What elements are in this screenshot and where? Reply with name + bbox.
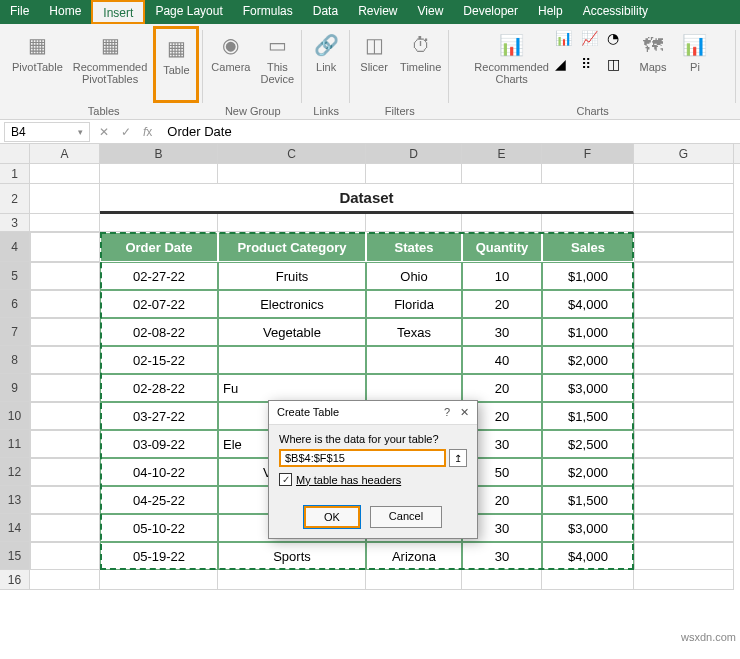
pivotchart-button[interactable]: 📊Pi: [675, 26, 715, 103]
col-header[interactable]: E: [462, 144, 542, 163]
row-header[interactable]: 9: [0, 374, 30, 402]
this-device-button[interactable]: ▭This Device: [256, 26, 298, 103]
data-cell[interactable]: 30: [462, 318, 542, 346]
data-cell[interactable]: Ohio: [366, 262, 462, 290]
data-cell[interactable]: 40: [462, 346, 542, 374]
data-cell[interactable]: Fruits: [218, 262, 366, 290]
data-cell[interactable]: 02-28-22: [100, 374, 218, 402]
timeline-button[interactable]: ⏱Timeline: [396, 26, 445, 103]
data-cell[interactable]: [218, 346, 366, 374]
menu-view[interactable]: View: [408, 0, 454, 24]
chart-pie-icon[interactable]: ◔: [607, 30, 631, 54]
data-cell[interactable]: 05-10-22: [100, 514, 218, 542]
row-header[interactable]: 6: [0, 290, 30, 318]
data-cell[interactable]: 02-08-22: [100, 318, 218, 346]
header-cell[interactable]: Product Category: [218, 232, 366, 262]
data-cell[interactable]: Fu: [218, 374, 366, 402]
menu-page-layout[interactable]: Page Layout: [145, 0, 232, 24]
col-header[interactable]: A: [30, 144, 100, 163]
table-button[interactable]: ▦Table: [153, 26, 199, 103]
data-cell[interactable]: $2,000: [542, 458, 634, 486]
col-header[interactable]: C: [218, 144, 366, 163]
data-cell[interactable]: $3,000: [542, 374, 634, 402]
data-cell[interactable]: $2,000: [542, 346, 634, 374]
data-cell[interactable]: Florida: [366, 290, 462, 318]
data-cell[interactable]: 04-25-22: [100, 486, 218, 514]
row-header[interactable]: 7: [0, 318, 30, 346]
data-cell[interactable]: $1,000: [542, 318, 634, 346]
data-cell[interactable]: $4,000: [542, 290, 634, 318]
menu-accessibility[interactable]: Accessibility: [573, 0, 658, 24]
data-cell[interactable]: 20: [462, 374, 542, 402]
range-input[interactable]: $B$4:$F$15: [279, 449, 446, 467]
menu-formulas[interactable]: Formulas: [233, 0, 303, 24]
row-header[interactable]: 1: [0, 164, 30, 184]
slicer-button[interactable]: ◫Slicer: [354, 26, 394, 103]
name-box[interactable]: B4▾: [4, 122, 90, 142]
row-header[interactable]: 16: [0, 570, 30, 590]
data-cell[interactable]: $1,500: [542, 402, 634, 430]
col-header[interactable]: F: [542, 144, 634, 163]
recommended-charts-button[interactable]: 📊Recommended Charts: [470, 26, 553, 103]
col-header[interactable]: B: [100, 144, 218, 163]
checkbox-label[interactable]: My table has headers: [296, 474, 401, 486]
row-header[interactable]: 10: [0, 402, 30, 430]
camera-button[interactable]: ◉Camera: [207, 26, 254, 103]
col-header[interactable]: D: [366, 144, 462, 163]
chart-combo-icon[interactable]: ◫: [607, 56, 631, 80]
formula-bar[interactable]: Order Date: [161, 122, 740, 141]
data-cell[interactable]: 02-15-22: [100, 346, 218, 374]
maps-button[interactable]: 🗺Maps: [633, 26, 673, 103]
data-cell[interactable]: 04-10-22: [100, 458, 218, 486]
row-header[interactable]: 12: [0, 458, 30, 486]
data-cell[interactable]: $2,500: [542, 430, 634, 458]
header-cell[interactable]: States: [366, 232, 462, 262]
fx-icon[interactable]: fx: [138, 125, 157, 139]
data-cell[interactable]: Arizona: [366, 542, 462, 570]
data-cell[interactable]: [366, 346, 462, 374]
select-all-corner[interactable]: [0, 144, 30, 163]
row-header[interactable]: 5: [0, 262, 30, 290]
header-cell[interactable]: Order Date: [100, 232, 218, 262]
enter-formula-icon[interactable]: ✓: [116, 125, 136, 139]
header-cell[interactable]: Quantity: [462, 232, 542, 262]
data-cell[interactable]: $4,000: [542, 542, 634, 570]
chart-line-icon[interactable]: 📈: [581, 30, 605, 54]
ok-button[interactable]: OK: [304, 506, 360, 528]
row-header[interactable]: 2: [0, 184, 30, 214]
data-cell[interactable]: $1,000: [542, 262, 634, 290]
data-cell[interactable]: $3,000: [542, 514, 634, 542]
row-header[interactable]: 11: [0, 430, 30, 458]
menu-home[interactable]: Home: [39, 0, 91, 24]
row-header[interactable]: 15: [0, 542, 30, 570]
close-icon[interactable]: ✕: [460, 406, 469, 419]
menu-developer[interactable]: Developer: [453, 0, 528, 24]
data-cell[interactable]: 02-07-22: [100, 290, 218, 318]
chevron-down-icon[interactable]: ▾: [78, 127, 83, 137]
cancel-formula-icon[interactable]: ✕: [94, 125, 114, 139]
data-cell[interactable]: [366, 374, 462, 402]
link-button[interactable]: 🔗Link: [306, 26, 346, 103]
row-header[interactable]: 4: [0, 232, 30, 262]
data-cell[interactable]: Electronics: [218, 290, 366, 318]
data-cell[interactable]: 05-19-22: [100, 542, 218, 570]
data-cell[interactable]: $1,500: [542, 486, 634, 514]
cancel-button[interactable]: Cancel: [370, 506, 442, 528]
row-header[interactable]: 14: [0, 514, 30, 542]
col-header[interactable]: G: [634, 144, 734, 163]
collapse-dialog-icon[interactable]: ↥: [449, 449, 467, 467]
data-cell[interactable]: Sports: [218, 542, 366, 570]
chart-area-icon[interactable]: ◢: [555, 56, 579, 80]
header-cell[interactable]: Sales: [542, 232, 634, 262]
chart-scatter-icon[interactable]: ⠿: [581, 56, 605, 80]
menu-help[interactable]: Help: [528, 0, 573, 24]
data-cell[interactable]: 30: [462, 542, 542, 570]
row-header[interactable]: 8: [0, 346, 30, 374]
data-cell[interactable]: 20: [462, 290, 542, 318]
menu-file[interactable]: File: [0, 0, 39, 24]
menu-data[interactable]: Data: [303, 0, 348, 24]
recommended-pivottables-button[interactable]: ▦Recommended PivotTables: [69, 26, 152, 103]
data-cell[interactable]: Texas: [366, 318, 462, 346]
data-cell[interactable]: 02-27-22: [100, 262, 218, 290]
data-cell[interactable]: 03-09-22: [100, 430, 218, 458]
